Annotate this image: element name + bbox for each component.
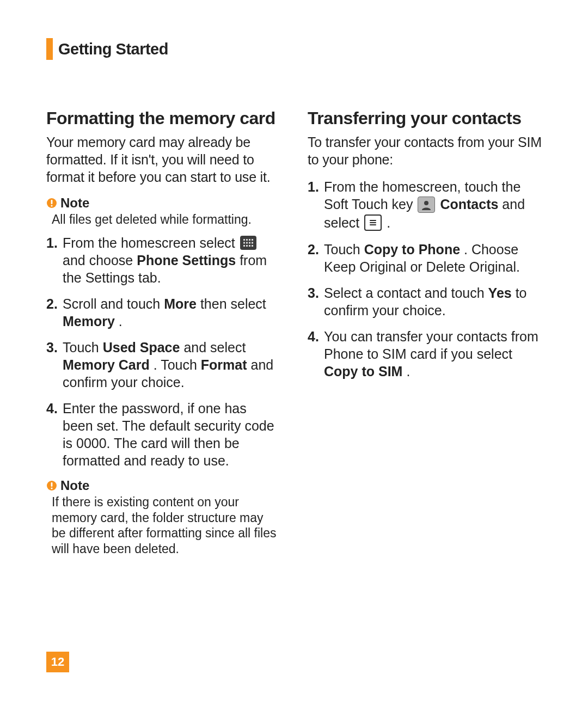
list-item: From the homescreen, touch the Soft Touc… [308, 178, 542, 232]
note-text: All files get deleted while formatting. [52, 212, 280, 228]
step-text: . [387, 215, 390, 230]
right-steps: From the homescreen, touch the Soft Touc… [308, 178, 542, 380]
step-bold: More [164, 296, 197, 311]
step-bold: Yes [488, 285, 512, 301]
step-text: Scroll and touch [63, 296, 164, 311]
list-item: Select a contact and touch Yes to confir… [308, 284, 542, 319]
svg-rect-14 [252, 245, 253, 247]
step-bold: Copy to SIM [324, 364, 402, 379]
left-steps: From the homescreen select and choose Ph… [46, 234, 280, 469]
list-item: You can transfer your contacts from Phon… [308, 328, 542, 380]
content-columns: Formatting the memory card Your memory c… [46, 109, 542, 563]
right-column: Transferring your contacts To transfer y… [308, 109, 542, 563]
svg-rect-20 [370, 222, 376, 223]
svg-rect-19 [370, 220, 376, 221]
menu-list-icon [364, 214, 382, 231]
step-text: You can transfer your contacts from Phon… [324, 329, 538, 361]
note-head: Note [46, 195, 280, 211]
list-item: Enter the password, if one has been set.… [46, 400, 280, 469]
section-header: Getting Started [46, 38, 542, 60]
step-text: and choose [63, 253, 137, 268]
svg-rect-11 [243, 245, 245, 247]
note-label: Note [60, 195, 89, 211]
step-bold: Used Space [103, 340, 180, 355]
section-title: Getting Started [58, 40, 168, 58]
list-item: Scroll and touch More then select Memory… [46, 295, 280, 330]
step-bold: Phone Settings [137, 253, 236, 268]
step-text: Enter the password, if one has been set.… [63, 401, 274, 468]
step-text: Touch [63, 340, 103, 355]
svg-rect-8 [246, 242, 248, 244]
list-item: From the homescreen select and choose Ph… [46, 234, 280, 286]
contact-icon [418, 197, 435, 213]
svg-point-18 [424, 201, 428, 205]
step-text: then select [200, 296, 266, 311]
step-text: Select a contact and touch [324, 285, 488, 301]
svg-rect-9 [249, 242, 250, 244]
manual-page: Getting Started Formatting the memory ca… [0, 0, 588, 705]
step-bold: Memory [63, 314, 115, 329]
left-column: Formatting the memory card Your memory c… [46, 109, 280, 563]
svg-rect-3 [243, 239, 245, 241]
svg-point-2 [51, 205, 52, 207]
svg-rect-6 [252, 239, 253, 241]
svg-rect-5 [249, 239, 250, 241]
note-text: If there is existing content on your mem… [52, 494, 280, 557]
list-item: Touch Used Space and select Memory Card … [46, 339, 280, 391]
step-text: From the homescreen select [63, 235, 239, 250]
svg-rect-13 [249, 245, 250, 247]
step-text: Touch [324, 242, 364, 257]
step-bold: Memory Card [63, 357, 150, 372]
right-intro: To transfer your contacts from your SIM … [308, 133, 542, 168]
svg-rect-10 [252, 242, 253, 244]
left-heading: Formatting the memory card [46, 109, 280, 128]
list-item: Touch Copy to Phone . Choose Keep Origin… [308, 241, 542, 275]
apps-grid-icon [240, 236, 256, 250]
left-intro: Your memory card may already be formatte… [46, 133, 280, 186]
note-block-1: Note All files get deleted while formatt… [46, 195, 280, 228]
right-heading: Transferring your contacts [308, 109, 542, 128]
svg-rect-4 [246, 239, 248, 241]
step-text: . Touch [154, 357, 201, 372]
svg-rect-1 [51, 200, 53, 204]
svg-point-17 [51, 487, 52, 489]
svg-rect-16 [51, 482, 53, 487]
svg-rect-7 [243, 242, 245, 244]
step-bold: Contacts [440, 197, 498, 212]
step-text: . [119, 314, 122, 329]
note-label: Note [60, 478, 89, 493]
svg-rect-21 [370, 224, 376, 225]
step-text: . [406, 364, 410, 379]
alert-icon [46, 480, 57, 491]
note-block-2: Note If there is existing content on you… [46, 478, 280, 557]
step-text: and select [183, 340, 246, 355]
step-bold: Copy to Phone [364, 242, 460, 257]
accent-bar [46, 38, 53, 60]
svg-rect-12 [246, 245, 248, 247]
page-number: 12 [46, 652, 69, 672]
step-bold: Format [201, 357, 247, 372]
alert-icon [46, 198, 57, 209]
note-head: Note [46, 478, 280, 493]
